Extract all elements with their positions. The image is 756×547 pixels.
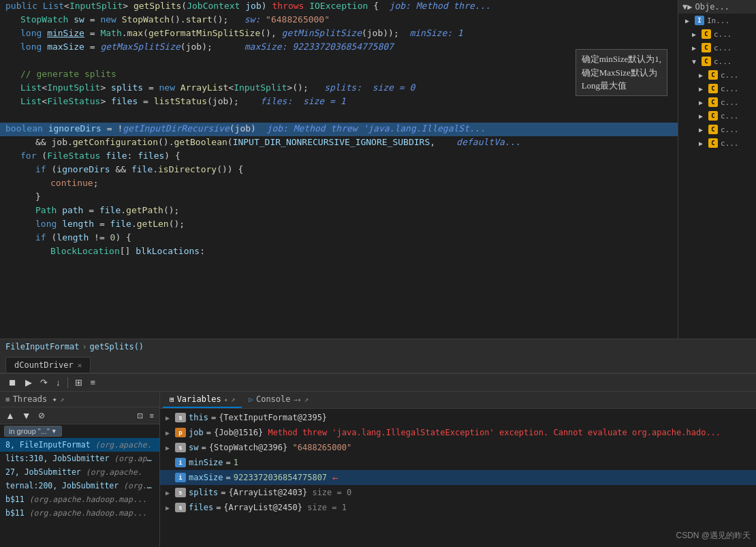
method: ArrayList [180, 82, 228, 93]
var-icon-s: s [175, 488, 186, 497]
tab-console[interactable]: ▷ Console →✦ ↗ [242, 392, 315, 408]
tree-arrow: ▶ [699, 112, 706, 120]
var-value: 1 [234, 458, 238, 467]
code-line: && job.getConfiguration().getBoolean(INP… [0, 136, 678, 150]
var-name: files [189, 503, 213, 512]
debug-str: "6488265000" [266, 14, 330, 25]
debug-comment: maxSize: 9223372036854775807 [245, 42, 394, 52]
debug-step-into-btn[interactable]: ↓ [53, 376, 63, 389]
var-name: sw [189, 443, 198, 452]
thread-text: lits:310, JobSubmitter [5, 454, 114, 463]
method: StopWatch [122, 14, 170, 25]
expand-icon[interactable]: ▶ [166, 489, 174, 497]
tree-label: c... [721, 112, 739, 121]
param: job [245, 1, 261, 11]
varname: files [111, 96, 138, 106]
varname: length [62, 219, 94, 229]
tree-label: c... [714, 44, 732, 52]
varname: file [110, 219, 131, 229]
tree-label: c... [721, 98, 739, 107]
tab-variables[interactable]: ⊞ Variables ✦ ↗ [163, 392, 242, 408]
threads-toolbar: ▲ ▼ ⊘ ⊡ ≡ [0, 407, 159, 424]
group-filter-btn[interactable]: in group "..." ▼ [4, 426, 62, 437]
code-panel[interactable]: public List<InputSplit> getSplits(JobCon… [0, 0, 678, 339]
debug-list-btn[interactable]: ≡ [88, 376, 99, 389]
var-row-job: ▶ p job = {Job@1516} Method threw 'java.… [160, 425, 756, 440]
debug-step-over-btn[interactable]: ↷ [37, 376, 50, 389]
tree-item[interactable]: ▶ C c... [678, 109, 756, 123]
variables-pin: ↗ [231, 395, 236, 404]
thread-item[interactable]: 8, FileInputFormat (org.apache. [0, 438, 159, 452]
keyword: if [35, 232, 46, 243]
tab-close[interactable]: × [78, 361, 82, 370]
keyword: new [159, 82, 175, 93]
code-line: for (FileStatus file: files) { [0, 150, 678, 163]
expand-icon[interactable]: ▶ [166, 444, 174, 452]
var-row-sw: ▶ s sw = {StopWatch@2396} "6488265000" [160, 440, 756, 455]
expand-icon[interactable]: ▶ [166, 504, 174, 512]
tree-item[interactable]: ▶ C c... [678, 82, 756, 95]
thread-org: (org.apache.hadoop.map... [29, 495, 147, 504]
expand-icon[interactable]: ▶ [166, 414, 174, 422]
var-name: job [189, 428, 204, 437]
thread-options-btn[interactable]: ⊡ [134, 410, 146, 422]
thread-text: 27, JobSubmitter [5, 467, 86, 477]
variables-label: Variables [177, 394, 221, 404]
type: InputSplit [69, 1, 123, 11]
thread-scroll-up[interactable]: ▲ [3, 409, 18, 422]
expand-icon[interactable]: ▶ [166, 429, 174, 437]
debug-grid-btn[interactable]: ⊞ [72, 376, 85, 389]
debug-stop-btn[interactable]: ⏹ [5, 376, 20, 389]
keyword: new [100, 14, 116, 25]
thread-item[interactable]: b$11 (org.apache.hadoop.map... [0, 493, 159, 506]
tree-item[interactable]: ▶ C c... [678, 41, 756, 54]
tree-label: c... [721, 71, 739, 80]
thread-item[interactable]: 27, JobSubmitter (org.apache. [0, 465, 159, 479]
tree-item[interactable]: ▶ C c... [678, 136, 756, 150]
const: INPUT_DIR_NONRECURSIVE_IGNORE_SUBDIRS [233, 137, 430, 147]
var-eq: = [226, 458, 231, 467]
type: InputSplit [47, 82, 100, 93]
tree-icon-c: C [708, 125, 718, 134]
tree-item[interactable]: ▶ C c... [678, 27, 756, 41]
thread-scroll-down[interactable]: ▼ [19, 409, 34, 422]
tree-icon-c: C [708, 138, 718, 148]
code-line [0, 109, 678, 123]
debug-resume-btn[interactable]: ▶ [22, 376, 35, 389]
thread-filter-btn[interactable]: ⊘ [35, 409, 48, 422]
var-error-msg: Method threw 'java.lang.IllegalStateExce… [268, 428, 721, 437]
var-eq: = [226, 473, 231, 482]
var-size: size = 1 [307, 503, 347, 512]
tree-label: c... [721, 84, 739, 93]
var-name: splits [189, 488, 218, 497]
annotation-box: 确定minSize默认为1, 确定MaxSize默认为 Long最大值 [576, 49, 667, 96]
tree-item[interactable]: ▶ C c... [678, 95, 756, 109]
breadcrumb-part2[interactable]: getSplits() [90, 342, 144, 351]
thread-org: (org.apa... [114, 454, 159, 463]
tree-icon-i: I [695, 16, 704, 25]
var-eq: = [216, 503, 221, 512]
thread-item[interactable]: ternal:200, JobSubmitter (org.a... [0, 479, 159, 493]
keyword: long [20, 42, 42, 52]
type: InputSplit [234, 82, 287, 93]
tree-arrow: ▶ [699, 126, 706, 134]
type: List [20, 82, 42, 93]
var-icon-i: i [175, 473, 186, 482]
thread-item[interactable]: b$11 (org.apache.hadoop.map... [0, 506, 159, 520]
thread-item[interactable]: lits:310, JobSubmitter (org.apa... [0, 452, 159, 465]
varname: file [106, 151, 127, 161]
debug-panel: ⏹ ▶ ↷ ↓ ⊞ ≡ ≡ Threads ✦ ↗ ▲ ▼ ⊘ ⊡ ≡ [0, 373, 756, 547]
tree-item[interactable]: ▼ C c... [678, 54, 756, 68]
tree-item[interactable]: ▶ C c... [678, 123, 756, 136]
filter-label: in group "..." [9, 427, 50, 435]
var-icon-i: i [175, 458, 186, 467]
method: getFormatMinSplitSize [148, 28, 260, 38]
thread-settings-btn[interactable]: ≡ [147, 410, 157, 421]
tree-item[interactable]: ▶ C c... [678, 68, 756, 82]
right-panel: ▼▶ Obje... ▶ I In... ▶ C c... ▶ C c... ▼… [678, 0, 756, 339]
type: Math [100, 28, 121, 38]
editor-tab[interactable]: dCountDriver × [5, 357, 91, 373]
breadcrumb-part1[interactable]: FileInputFormat [5, 342, 79, 351]
tree-item[interactable]: ▶ I In... [678, 14, 756, 27]
tree-icon-c: C [702, 29, 711, 39]
